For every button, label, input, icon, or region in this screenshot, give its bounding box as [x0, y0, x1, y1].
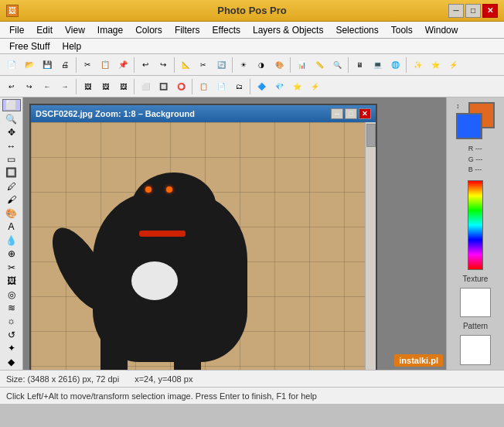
tool-history[interactable]: ↺: [2, 329, 21, 341]
tb-ruler[interactable]: 📏: [311, 56, 328, 73]
dog-photo: [31, 122, 376, 370]
tb2-layer1[interactable]: 📋: [195, 78, 212, 95]
tool-zoom[interactable]: 🔍: [2, 112, 21, 125]
tb-effects[interactable]: ✨: [409, 56, 426, 73]
tb-resize[interactable]: 📐: [177, 56, 194, 73]
menu-help[interactable]: Help: [56, 39, 87, 53]
tool-dodge[interactable]: ☼: [2, 315, 21, 327]
tb-rotate[interactable]: 🔄: [213, 56, 230, 73]
menu-selections[interactable]: Selections: [329, 23, 384, 37]
tb-copy[interactable]: 📋: [97, 56, 114, 73]
menu-window[interactable]: Window: [419, 23, 465, 37]
tb2-forward[interactable]: ↪: [21, 78, 38, 95]
tb2-img2[interactable]: 🖼: [97, 78, 114, 95]
menu-colors[interactable]: Colors: [129, 23, 169, 37]
tb-new[interactable]: 📄: [3, 56, 20, 73]
tb-redo[interactable]: ↪: [155, 56, 172, 73]
vertical-scrollbar[interactable]: [365, 122, 376, 370]
tool-shape[interactable]: ◆: [2, 356, 21, 368]
menu-file[interactable]: File: [3, 23, 30, 37]
bottom-status: Click Left/+Alt to move/transform select…: [0, 387, 504, 404]
menu-image[interactable]: Image: [91, 23, 129, 37]
tb-screen2[interactable]: 💻: [369, 56, 386, 73]
tb-crop[interactable]: ✂: [195, 56, 212, 73]
dog-eye-left: [145, 186, 152, 193]
maximize-button[interactable]: □: [465, 4, 481, 18]
tb2-img3[interactable]: 🖼: [114, 78, 131, 95]
tool-transform[interactable]: ↔: [2, 139, 21, 152]
tool-pen[interactable]: 🖊: [2, 180, 21, 193]
menu-view[interactable]: View: [59, 23, 91, 37]
rgb-values: R --- G --- B ---: [468, 144, 483, 176]
toolbar-1: 📄 📂 💾 🖨 ✂ 📋 📌 ↩ ↪ 📐 ✂ 🔄 ☀ ◑ 🎨 📊 📏 🔍 🖥 💻 …: [0, 54, 504, 76]
close-button[interactable]: ✕: [482, 4, 498, 18]
tb2-left[interactable]: ←: [39, 78, 56, 95]
menu-effects[interactable]: Effects: [206, 23, 247, 37]
tb-histogram[interactable]: 📊: [293, 56, 310, 73]
texture-label: Texture: [463, 275, 489, 283]
tb-screen1[interactable]: 🖥: [351, 56, 368, 73]
tb-color-balance[interactable]: 🎨: [271, 56, 288, 73]
minimize-button[interactable]: ─: [448, 4, 464, 18]
tb-star[interactable]: ⭐: [427, 56, 444, 73]
pattern-swatch[interactable]: [460, 335, 491, 365]
tb2-tool2[interactable]: 💎: [271, 78, 288, 95]
tb-save[interactable]: 💾: [39, 56, 56, 73]
tb-open[interactable]: 📂: [21, 56, 38, 73]
iw-maximize[interactable]: □: [345, 108, 357, 119]
tb-print[interactable]: 🖨: [56, 56, 73, 73]
tb2-layer3[interactable]: 🗂: [230, 78, 247, 95]
menu-edit[interactable]: Edit: [30, 23, 59, 37]
tb2-layer2[interactable]: 📄: [213, 78, 230, 95]
tool-smudge[interactable]: ≋: [2, 302, 21, 314]
tool-brush[interactable]: 🖌: [2, 193, 21, 206]
menu-filters[interactable]: Filters: [169, 23, 206, 37]
menu-layers[interactable]: Layers & Objects: [247, 23, 329, 37]
tb-web[interactable]: 🌐: [387, 56, 404, 73]
texture-swatch[interactable]: [460, 288, 491, 318]
dog-eye-right: [166, 186, 172, 193]
tb2-img1[interactable]: 🖼: [79, 78, 96, 95]
tb2-select2[interactable]: 🔲: [155, 78, 172, 95]
tb2-select1[interactable]: ⬜: [137, 78, 154, 95]
tb-cut[interactable]: ✂: [79, 56, 96, 73]
tool-move[interactable]: ✥: [2, 126, 21, 138]
tb-brightness[interactable]: ☀: [235, 56, 252, 73]
tb-undo[interactable]: ↩: [137, 56, 154, 73]
image-window: DSCF0262.jpg Zoom: 1:8 – Background ─ □ …: [29, 104, 377, 370]
swap-colors-icon[interactable]: ↕: [456, 102, 460, 110]
tool-magnify[interactable]: ⊕: [2, 248, 21, 260]
tb2-select3[interactable]: ⭕: [172, 78, 189, 95]
pattern-label: Pattern: [463, 322, 488, 330]
toolbar-sep-1: [76, 57, 77, 73]
tb2-lightning[interactable]: ⚡: [306, 78, 323, 95]
menu-tools[interactable]: Tools: [385, 23, 419, 37]
dog-collar: [139, 231, 186, 237]
tool-crop[interactable]: ✂: [2, 261, 21, 273]
watermark: instalki.pl: [394, 354, 443, 367]
tb2-tool1[interactable]: 🔷: [253, 78, 270, 95]
tb-paste[interactable]: 📌: [114, 56, 131, 73]
tool-lasso[interactable]: 🔲: [2, 166, 21, 179]
tb-lightning[interactable]: ⚡: [444, 56, 461, 73]
tb-zoom[interactable]: 🔍: [329, 56, 346, 73]
tool-clone[interactable]: 🖼: [2, 275, 21, 287]
canvas-area[interactable]: DSCF0262.jpg Zoom: 1:8 – Background ─ □ …: [23, 97, 446, 370]
background-color[interactable]: [456, 113, 482, 139]
iw-minimize[interactable]: ─: [331, 108, 343, 119]
tool-effect[interactable]: ✦: [2, 342, 21, 354]
tool-fill[interactable]: 🎨: [2, 207, 21, 220]
color-swatches[interactable]: ↕: [456, 102, 495, 139]
tb2-right[interactable]: →: [56, 78, 73, 95]
tb2-back[interactable]: ↩: [3, 78, 20, 95]
menu-freestuff[interactable]: Free Stuff: [3, 39, 56, 53]
tool-rect-select[interactable]: ▭: [2, 153, 21, 166]
tb-contrast[interactable]: ◑: [253, 56, 270, 73]
color-gradient[interactable]: [468, 180, 483, 270]
tool-text[interactable]: A: [2, 220, 21, 233]
tool-blur[interactable]: ◎: [2, 288, 21, 300]
tool-select[interactable]: ⬜: [2, 99, 21, 111]
tb2-star[interactable]: ⭐: [288, 78, 305, 95]
tool-eyedropper[interactable]: 💧: [2, 234, 21, 247]
iw-close[interactable]: ✕: [359, 108, 371, 119]
